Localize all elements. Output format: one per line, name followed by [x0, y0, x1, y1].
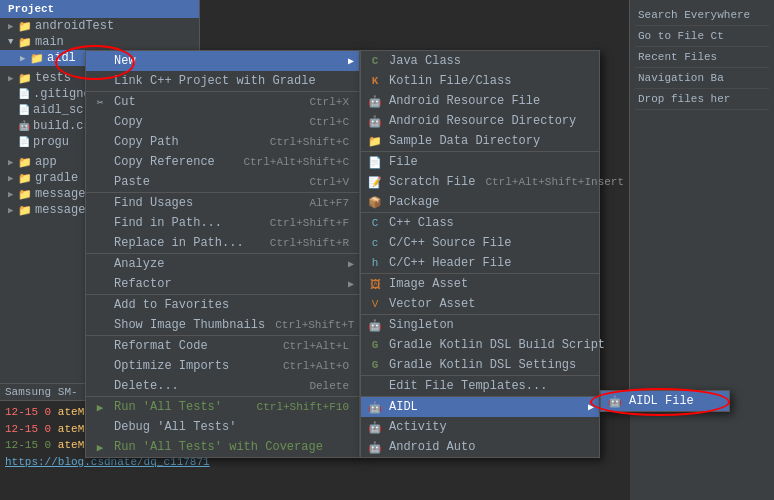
menu-item-copy-reference[interactable]: Copy Reference Ctrl+Alt+Shift+C [86, 152, 359, 172]
folder-icon: 📁 [18, 172, 32, 185]
menu-item-label: Vector Asset [389, 297, 475, 311]
folder-icon: 📁 [18, 188, 32, 201]
menu-item-package[interactable]: 📦 Package [361, 192, 599, 213]
menu-item-new[interactable]: New ▶ [86, 51, 359, 71]
menu-item-debug-tests[interactable]: Debug 'All Tests' [86, 417, 359, 437]
replace-shortcut: Ctrl+Shift+R [270, 237, 349, 249]
menu-item-run-tests[interactable]: ▶ Run 'All Tests' Ctrl+Shift+F10 [86, 397, 359, 417]
menu-item-gradle-settings[interactable]: G Gradle Kotlin DSL Settings [361, 355, 599, 376]
arrow-icon: ▶ [20, 53, 30, 64]
menu-item-android-resource-file[interactable]: 🤖 Android Resource File [361, 91, 599, 111]
context-menu-main: New ▶ Link C++ Project with Gradle ✂ Cut… [85, 50, 360, 458]
menu-item-label: Paste [114, 175, 150, 189]
menu-item-label: Add to Favorites [114, 298, 229, 312]
menu-item-link-cpp[interactable]: Link C++ Project with Gradle [86, 71, 359, 92]
submenu-arrow-icon: ▶ [348, 258, 354, 270]
android-auto-icon: 🤖 [367, 441, 383, 454]
tree-item-label: messager [35, 187, 93, 201]
device-label: Samsung SM- [5, 386, 78, 398]
menu-item-java-class[interactable]: C Java Class [361, 51, 599, 71]
menu-item-kotlin[interactable]: K Kotlin File/Class [361, 71, 599, 91]
menu-item-reformat[interactable]: Reformat Code Ctrl+Alt+L [86, 336, 359, 356]
menu-item-label: Singleton [389, 318, 454, 332]
thumbnail-shortcut: Ctrl+Shift+T [275, 319, 354, 331]
arrow-icon: ▶ [8, 205, 18, 216]
optimize-shortcut: Ctrl+Alt+O [283, 360, 349, 372]
package-icon: 📦 [367, 196, 383, 209]
aidl-file-icon: 🤖 [607, 395, 623, 408]
arrow-icon: ▶ [8, 189, 18, 200]
menu-item-aidl-file[interactable]: 🤖 AIDL File [601, 391, 729, 411]
file-icon: 📄 [18, 88, 30, 100]
vector-asset-icon: V [367, 298, 383, 310]
menu-item-label: Find in Path... [114, 216, 222, 230]
menu-item-cut[interactable]: ✂ Cut Ctrl+X [86, 92, 359, 112]
menu-item-add-favorites[interactable]: Add to Favorites [86, 295, 359, 315]
menu-item-delete[interactable]: Delete... Delete [86, 376, 359, 397]
arrow-icon: ▼ [8, 37, 18, 47]
submenu-arrow-icon: ▶ [348, 278, 354, 290]
menu-item-activity[interactable]: 🤖 Activity [361, 417, 599, 437]
menu-item-thumbnails[interactable]: Show Image Thumbnails Ctrl+Shift+T [86, 315, 359, 336]
menu-item-label: Replace in Path... [114, 236, 244, 250]
menu-item-edit-templates[interactable]: Edit File Templates... [361, 376, 599, 397]
arrow-icon: ▶ [8, 73, 18, 84]
copy-path-shortcut: Ctrl+Shift+C [270, 136, 349, 148]
folder-icon: 📁 [18, 204, 32, 217]
menu-item-scratch[interactable]: 📝 Scratch File Ctrl+Alt+Shift+Insert [361, 172, 599, 192]
context-menu-new: C Java Class K Kotlin File/Class 🤖 Andro… [360, 50, 600, 458]
menu-item-find-path[interactable]: Find in Path... Ctrl+Shift+F [86, 213, 359, 233]
menu-item-image-asset[interactable]: 🖼 Image Asset [361, 274, 599, 294]
run-shortcut: Ctrl+Shift+F10 [257, 401, 349, 413]
tree-item-label: androidTest [35, 19, 114, 33]
menu-item-refactor[interactable]: Refactor ▶ [86, 274, 359, 295]
menu-item-label: Find Usages [114, 196, 193, 210]
menu-item-cpp-class[interactable]: C C++ Class [361, 213, 599, 233]
menu-item-run-coverage[interactable]: ▶ Run 'All Tests' with Coverage [86, 437, 359, 457]
menu-item-label: C/C++ Source File [389, 236, 511, 250]
folder-icon: 📁 [18, 20, 32, 33]
right-panel-nav: Navigation Ba [635, 68, 769, 89]
android-res-dir-icon: 🤖 [367, 115, 383, 128]
copy-shortcut: Ctrl+C [309, 116, 349, 128]
menu-item-vector-asset[interactable]: V Vector Asset [361, 294, 599, 315]
menu-item-aidl[interactable]: 🤖 AIDL ▶ [361, 397, 599, 417]
coverage-icon: ▶ [92, 441, 108, 454]
menu-item-find-usages[interactable]: Find Usages Alt+F7 [86, 193, 359, 213]
menu-item-cpp-source[interactable]: c C/C++ Source File [361, 233, 599, 253]
menu-item-gradle-build[interactable]: G Gradle Kotlin DSL Build Script [361, 335, 599, 355]
menu-item-paste[interactable]: Paste Ctrl+V [86, 172, 359, 193]
menu-item-label: Kotlin File/Class [389, 74, 511, 88]
singleton-icon: 🤖 [367, 319, 383, 332]
menu-item-android-resource-dir[interactable]: 🤖 Android Resource Directory [361, 111, 599, 131]
cut-shortcut: Ctrl+X [309, 96, 349, 108]
kotlin-icon: K [367, 75, 383, 87]
tree-item-main[interactable]: ▼ 📁 main [0, 34, 199, 50]
menu-item-cpp-header[interactable]: h C/C++ Header File [361, 253, 599, 274]
folder-icon: 📁 [30, 52, 44, 65]
run-icon: ▶ [92, 401, 108, 414]
java-icon: C [367, 55, 383, 67]
gradle-settings-icon: G [367, 359, 383, 371]
menu-item-copy[interactable]: Copy Ctrl+C [86, 112, 359, 132]
menu-item-label: Android Auto [389, 440, 475, 454]
folder-icon: 📁 [18, 72, 32, 85]
menu-item-optimize[interactable]: Optimize Imports Ctrl+Alt+O [86, 356, 359, 376]
tree-item-label: tests [35, 71, 71, 85]
tree-item-label: main [35, 35, 64, 49]
menu-item-sample-data[interactable]: 📁 Sample Data Directory [361, 131, 599, 152]
menu-item-copy-path[interactable]: Copy Path Ctrl+Shift+C [86, 132, 359, 152]
menu-item-singleton[interactable]: 🤖 Singleton [361, 315, 599, 335]
tree-item-label: messager [35, 203, 93, 217]
menu-item-android-auto[interactable]: 🤖 Android Auto [361, 437, 599, 457]
menu-item-label: Show Image Thumbnails [114, 318, 265, 332]
context-menu-aidl: 🤖 AIDL File [600, 390, 730, 412]
right-panel-recent: Recent Files [635, 47, 769, 68]
tree-item-androidtest[interactable]: ▶ 📁 androidTest [0, 18, 199, 34]
menu-item-label: AIDL File [629, 394, 694, 408]
menu-item-replace-path[interactable]: Replace in Path... Ctrl+Shift+R [86, 233, 359, 254]
menu-item-analyze[interactable]: Analyze ▶ [86, 254, 359, 274]
menu-item-file[interactable]: 📄 File [361, 152, 599, 172]
cut-icon: ✂ [92, 96, 108, 109]
android-icon: 🤖 [18, 120, 30, 132]
